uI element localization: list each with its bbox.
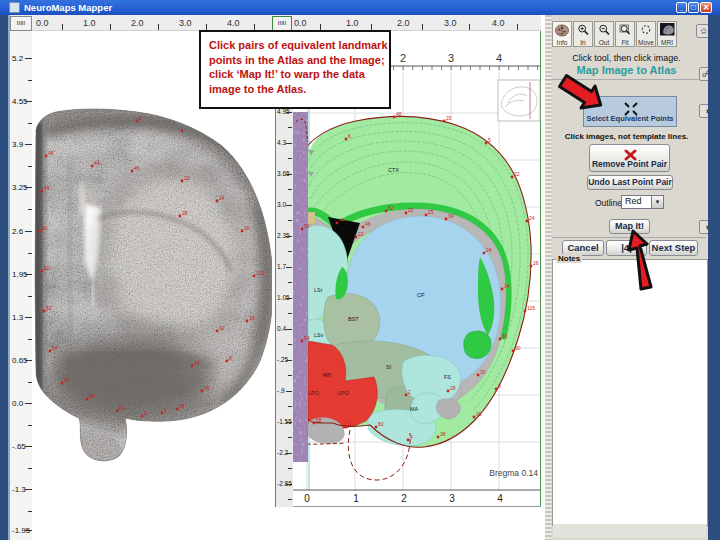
svg-text:8: 8 [498,383,501,389]
svg-text:48: 48 [48,150,54,156]
svg-text:24: 24 [219,195,225,201]
svg-text:8: 8 [229,355,232,361]
svg-text:20: 20 [446,115,452,121]
svg-text:58: 58 [316,417,322,423]
svg-text:6: 6 [348,133,351,139]
svg-text:LSv: LSv [314,332,324,338]
svg-text:34: 34 [448,213,454,219]
svg-text:34: 34 [504,283,510,289]
svg-text:28: 28 [450,385,456,391]
svg-text:28: 28 [182,210,188,216]
svg-text:24: 24 [529,215,535,221]
svg-text:60: 60 [119,405,125,411]
svg-text:9: 9 [348,421,351,427]
svg-text:38: 38 [440,431,446,437]
svg-text:0: 0 [304,493,310,504]
svg-text:1: 1 [353,493,359,504]
svg-text:5: 5 [488,137,491,143]
svg-text:44: 44 [339,217,345,223]
svg-text:115: 115 [527,305,535,311]
svg-text:34: 34 [194,360,200,366]
svg-text:60: 60 [378,421,384,427]
svg-text:4: 4 [410,434,413,440]
svg-text:LPO: LPO [308,390,320,396]
svg-text:BST: BST [348,316,359,322]
svg-text:46: 46 [365,221,371,227]
svg-text:54: 54 [304,335,310,341]
svg-text:MA: MA [410,406,419,412]
svg-text:CTX: CTX [388,167,399,173]
svg-text:24: 24 [486,247,492,253]
svg-text:32: 32 [219,325,225,331]
svg-text:FS: FS [444,374,451,380]
svg-text:HY: HY [323,372,331,378]
svg-text:LSr: LSr [314,287,323,293]
svg-text:26: 26 [533,260,539,266]
svg-text:9: 9 [144,410,147,416]
svg-text:Bregma 0.14: Bregma 0.14 [489,468,538,478]
svg-text:4: 4 [496,52,502,64]
svg-text:36: 36 [502,333,508,339]
svg-text:25: 25 [428,209,434,215]
svg-text:49: 49 [44,185,50,191]
svg-text:54: 54 [52,345,58,351]
svg-text:3: 3 [448,52,454,64]
svg-text:50: 50 [42,225,48,231]
svg-text:2: 2 [408,389,411,395]
svg-text:23: 23 [358,231,364,237]
svg-text:58: 58 [89,393,95,399]
svg-text:38: 38 [179,403,185,409]
svg-text:26: 26 [244,225,250,231]
svg-text:52: 52 [388,205,394,211]
svg-text:22: 22 [184,175,190,181]
svg-text:22: 22 [408,207,414,213]
svg-text:53: 53 [46,305,52,311]
svg-text:22: 22 [514,171,520,177]
svg-text:SI: SI [386,364,392,370]
svg-text:2: 2 [401,493,407,504]
svg-text:52: 52 [44,265,50,271]
svg-text:4: 4 [164,407,167,413]
svg-text:46: 46 [134,165,140,171]
svg-text:LPO: LPO [338,390,350,396]
svg-text:115: 115 [256,270,264,276]
svg-text:36: 36 [204,385,210,391]
svg-text:30: 30 [249,315,255,321]
svg-text:44: 44 [94,160,100,166]
svg-text:30: 30 [515,345,521,351]
svg-text:3: 3 [449,493,455,504]
svg-text:30: 30 [480,369,486,375]
svg-text:2: 2 [400,52,406,64]
svg-text:36: 36 [476,411,482,417]
svg-text:CP: CP [417,292,425,298]
svg-text:6: 6 [139,115,142,121]
svg-text:4: 4 [497,493,503,504]
svg-text:56: 56 [64,377,70,383]
svg-text:48: 48 [396,111,402,117]
svg-text:50: 50 [304,223,310,229]
